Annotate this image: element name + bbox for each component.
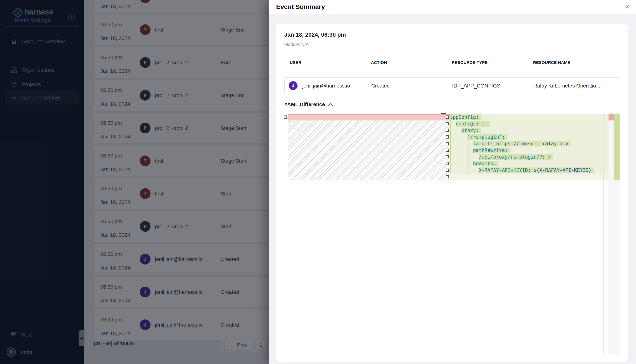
col-header-action: ACTION [371,60,387,65]
indent-guide [463,134,463,174]
yaml-key: '/rs-plugin' [467,134,502,140]
revert-glyph-icon[interactable] [446,175,449,178]
diff-added-code-line: pathRewrite: [450,147,609,154]
diff-added-pane: appConfig: configs: |- proxy: '/rs-plugi… [450,114,609,180]
diff-added-code-line: target: https://console.rafay.dev [450,140,609,147]
yaml-value: ${X-RAFAY-API-KEYID} [534,168,591,173]
yaml-difference-label: YAML Difference [284,102,325,108]
event-summary-drawer: Event Summary ✕ Jan 18, 2024, 06:30 pm M… [269,0,636,364]
yaml-value-link[interactable]: https://console.rafay.dev [496,141,568,146]
yaml-key: /api/proxy/rs-plugin/? [479,154,542,160]
drawer-title: Event Summary [276,3,325,10]
minimap-removed-marker [608,114,614,120]
yaml-value: |- [482,121,487,126]
yaml-key: headers [473,161,493,166]
yaml-key: appConfig [450,114,476,120]
diff-added-gutter-strip [450,114,451,174]
diff-added-code-line: appConfig: [450,114,609,120]
cell-user: jenil.jain@harness.io [302,83,350,89]
drawer-header: Event Summary ✕ [269,0,636,14]
diff-added-code-line: proxy: [450,127,609,134]
revert-glyph-icon[interactable] [446,122,449,125]
chevron-up-icon [328,103,333,106]
diff-added-code-line: /api/proxy/rs-plugin/?: / [450,154,609,160]
yaml-key: X-RAFAY-API-KEYID [479,168,528,173]
cell-action: Created [371,83,390,89]
diff-sash[interactable] [441,113,442,354]
indent-guide [469,140,469,174]
revert-glyph-icon[interactable] [446,142,449,145]
diff-empty-filler [288,120,450,180]
event-table-row: J jenil.jain@harness.io Created IDP_APP_… [284,77,620,94]
revert-glyph-icon[interactable] [446,136,449,138]
diff-added-code-line: '/rs-plugin': [450,134,609,140]
revert-glyph-icon[interactable] [446,129,449,132]
close-icon[interactable]: ✕ [625,3,630,10]
yaml-value: / [548,154,551,160]
yaml-key: target [473,141,490,146]
revert-glyph-icon[interactable] [446,155,449,158]
minimap-added-marker [614,114,619,180]
yaml-key: pathRewrite [473,148,505,153]
yaml-diff-editor: appConfig: configs: |- proxy: '/rs-plugi… [284,113,619,354]
diff-scrollbar[interactable] [442,113,446,114]
revert-glyph-icon[interactable] [446,116,449,119]
diff-removed-line [288,114,450,120]
cell-resource-name: Rafay Kubernetes Operatio... [533,83,600,89]
screen: harness Admin Settings Account Overview … [0,0,636,364]
cell-resource-type: IDP_APP_CONFIGS [452,83,500,89]
col-header-resource-type: RESOURCE TYPE [452,60,488,65]
col-header-user: USER [290,60,301,65]
col-header-resource-name: RESOURCE NAME [533,60,570,65]
indent-guide [457,127,457,174]
event-datetime: Jan 18, 2024, 06:30 pm [284,32,346,38]
revert-glyph-icon[interactable] [446,162,449,165]
event-card: Jan 18, 2024, 06:30 pm Module: N/A USER … [276,24,628,362]
yaml-key: configs [456,121,476,126]
diff-added-code-line: headers: [450,160,609,167]
diff-added-empty-line [450,174,609,180]
avatar: J [289,81,298,90]
yaml-difference-toggle[interactable]: YAML Difference [284,102,333,108]
yaml-key: proxy [462,128,476,133]
revert-glyph-icon[interactable] [284,116,287,119]
revert-glyph-icon[interactable] [446,168,449,172]
diff-added-code-line: configs: |- [450,120,609,127]
revert-glyph-icon[interactable] [446,149,449,152]
event-module: Module: N/A [284,42,309,47]
diff-added-code-line: X-RAFAY-API-KEYID: ${X-RAFAY-API-KEYID} [450,167,609,174]
